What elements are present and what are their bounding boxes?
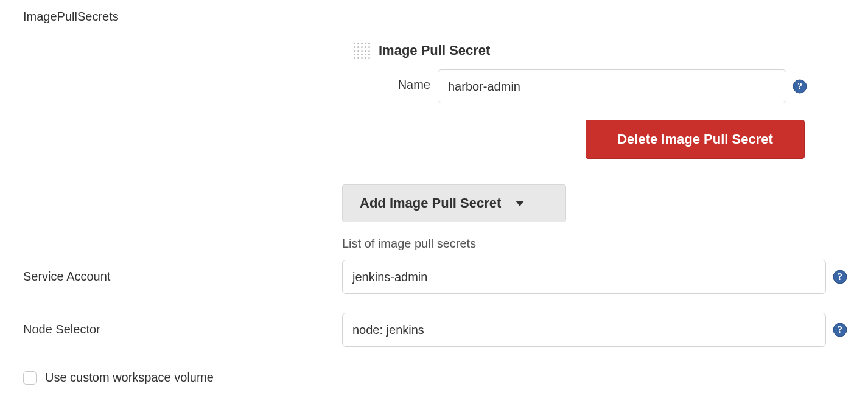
secret-name-input[interactable] [438, 69, 786, 103]
chevron-down-icon [516, 201, 524, 206]
drag-handle-icon[interactable] [354, 43, 371, 60]
svg-text:?: ? [838, 271, 842, 282]
svg-text:?: ? [838, 324, 842, 335]
node-selector-label: Node Selector [23, 323, 100, 337]
use-custom-workspace-volume-label: Use custom workspace volume [45, 371, 214, 385]
service-account-label: Service Account [23, 270, 110, 284]
name-label: Name [379, 78, 430, 92]
image-pull-secrets-section-label: ImagePullSecrets [23, 10, 119, 24]
use-custom-workspace-volume-checkbox[interactable] [23, 371, 37, 385]
help-icon[interactable]: ? [833, 270, 847, 284]
add-image-pull-secret-label: Add Image Pull Secret [360, 195, 501, 211]
svg-text:?: ? [797, 81, 802, 91]
image-pull-secrets-description: List of image pull secrets [342, 237, 476, 251]
delete-image-pull-secret-button[interactable]: Delete Image Pull Secret [586, 120, 805, 159]
help-icon[interactable]: ? [793, 79, 807, 94]
add-image-pull-secret-button[interactable]: Add Image Pull Secret [342, 184, 566, 222]
service-account-input[interactable] [342, 260, 826, 294]
node-selector-input[interactable] [342, 313, 826, 347]
use-custom-workspace-volume-row[interactable]: Use custom workspace volume [23, 371, 214, 385]
help-icon[interactable]: ? [833, 323, 847, 337]
image-pull-secret-heading: Image Pull Secret [379, 43, 490, 58]
